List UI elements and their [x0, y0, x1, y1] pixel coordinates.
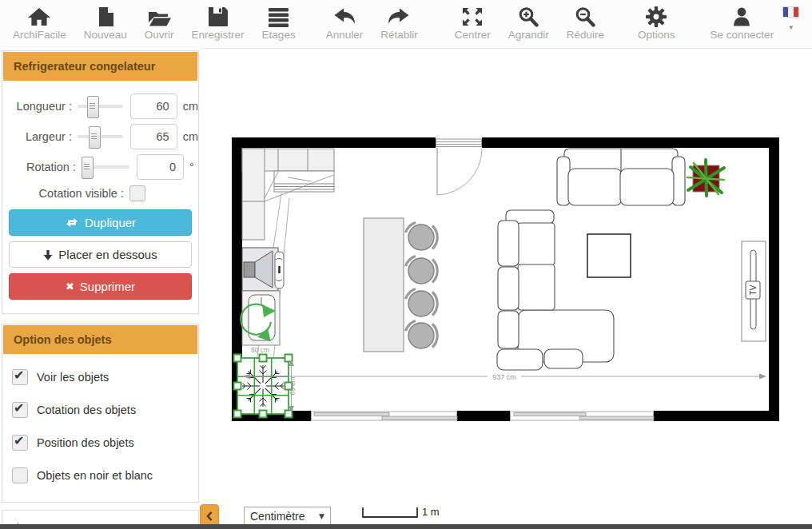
sliding-window-right[interactable]	[510, 411, 654, 421]
arrow-down-icon	[43, 249, 53, 261]
main-toolbar: ArchiFacile Nouveau Ouvrir Enregistrer E…	[0, 0, 812, 49]
object-properties-panel: Refrigerateur congelateur Longueur : cm …	[2, 50, 199, 314]
coffee-table[interactable]	[587, 234, 631, 277]
toolbar-label: Se connecter	[710, 29, 774, 41]
toolbar-label: Etages	[262, 29, 296, 41]
toolbar-item-enregistrer[interactable]: Enregistrer	[183, 0, 253, 48]
position-des-objets-checkbox[interactable]	[12, 435, 28, 451]
length-input[interactable]	[130, 93, 177, 119]
toolbar-item-options[interactable]: Options	[629, 0, 684, 48]
kitchen-island[interactable]	[364, 218, 404, 352]
sliding-window-left[interactable]	[311, 411, 457, 421]
slider-thumb[interactable]	[87, 96, 99, 118]
chevron-down-icon: ▼	[319, 512, 324, 520]
place-below-button-label: Placer en dessous	[58, 248, 157, 261]
zoom-out-icon	[574, 6, 596, 28]
floor-plan-canvas[interactable]: TV 6	[201, 48, 812, 524]
checkbox-label: Voir les objets	[37, 371, 109, 384]
rotation-label: Rotation :	[2, 161, 76, 173]
open-folder-icon	[147, 6, 171, 28]
length-label: Longueur :	[2, 100, 72, 113]
rotation-slider[interactable]	[82, 165, 129, 169]
rotation-row: Rotation : °	[2, 153, 198, 181]
plant[interactable]	[687, 160, 724, 196]
rotation-input[interactable]	[137, 154, 184, 180]
duplicate-button[interactable]: Dupliquer	[9, 209, 192, 236]
toolbar-item-archifacile[interactable]: ArchiFacile	[0, 0, 75, 48]
language-selector[interactable]: ▾	[782, 0, 799, 48]
redo-icon	[387, 6, 411, 28]
toolbar-item-annuler[interactable]: Annuler	[317, 0, 372, 48]
undo-icon	[332, 6, 356, 28]
tv-unit[interactable]: TV	[742, 241, 766, 341]
toolbar-label: Options	[638, 29, 675, 41]
voir-les-objets-checkbox[interactable]	[12, 369, 28, 385]
bottom-strip	[0, 524, 812, 529]
toolbar-item-agrandir[interactable]: Agrandir	[500, 0, 558, 48]
duplicate-icon	[65, 217, 79, 228]
chevron-down-icon: ▾	[789, 23, 793, 31]
width-unit: cm	[183, 130, 198, 143]
home-icon	[27, 6, 51, 28]
cotation-visible-row: Cotation visible :	[2, 185, 198, 201]
tv-label: TV	[749, 284, 758, 295]
cotation-des-objets-checkbox[interactable]	[12, 402, 28, 418]
objets-noir-et-blanc-checkbox[interactable]	[12, 467, 28, 483]
scale-bar: 1 m	[362, 505, 440, 519]
length-unit: cm	[183, 100, 198, 113]
room-width-dimension: 937 cm	[492, 373, 516, 381]
width-label: Largeur :	[2, 130, 72, 143]
toolbar-label: Réduire	[567, 29, 604, 41]
cotation-visible-label: Cotation visible :	[2, 187, 124, 200]
bar-stools[interactable]	[406, 222, 438, 348]
center-expand-icon	[460, 6, 484, 28]
toolbar-label: Centrer	[455, 29, 491, 41]
toolbar-label: Agrandir	[508, 29, 549, 41]
object-panel-title: Refrigerateur congelateur	[3, 52, 197, 81]
kitchen-appliance[interactable]	[242, 248, 284, 291]
layers-icon	[268, 6, 289, 28]
place-below-button[interactable]: Placer en dessous	[9, 241, 192, 268]
french-flag-icon	[782, 6, 799, 18]
slider-thumb[interactable]	[82, 157, 94, 179]
checkbox-label: Position des objets	[37, 436, 134, 449]
checkbox-row-noir-et-blanc: Objets en noir et blanc	[12, 467, 198, 483]
save-icon	[208, 6, 229, 28]
toolbar-label: ArchiFacile	[13, 29, 66, 41]
object-height-dimension: 65 cm	[289, 376, 297, 395]
cotation-visible-checkbox[interactable]	[129, 185, 145, 201]
left-sidebar: Refrigerateur congelateur Longueur : cm …	[0, 48, 201, 524]
toolbar-item-centrer[interactable]: Centrer	[446, 0, 500, 48]
slider-thumb[interactable]	[89, 126, 101, 149]
length-slider[interactable]	[78, 105, 123, 108]
duplicate-button-label: Dupliquer	[85, 216, 136, 229]
toolbar-item-se-connecter[interactable]: Se connecter	[702, 0, 783, 48]
toolbar-label: Annuler	[326, 29, 364, 41]
width-row: Largeur : cm	[2, 122, 198, 150]
toolbar-label: Enregistrer	[192, 29, 245, 41]
scale-ruler-icon	[362, 505, 418, 519]
zoom-in-icon	[517, 6, 539, 28]
delete-button[interactable]: ✖ Supprimer	[9, 273, 192, 300]
width-slider[interactable]	[78, 135, 123, 138]
width-input[interactable]	[130, 124, 177, 149]
checkbox-row-voir-les-objets: Voir les objets	[12, 369, 198, 385]
scale-label: 1 m	[422, 506, 440, 518]
toolbar-item-reduire[interactable]: Réduire	[558, 0, 613, 48]
options-panel-title: Option des objets	[3, 325, 197, 354]
entry-door[interactable]	[436, 137, 482, 195]
selected-fridge[interactable]	[234, 355, 293, 418]
unit-select[interactable]: Centimètre ▼	[244, 507, 331, 525]
checkbox-label: Cotation des objets	[37, 404, 136, 416]
delete-button-label: Supprimer	[80, 280, 135, 293]
sofa[interactable]	[557, 149, 685, 205]
toolbar-item-retablir[interactable]: Rétablir	[372, 0, 427, 48]
object-options-panel: Option des objets Voir les objets Cotati…	[2, 324, 199, 503]
toolbar-item-etages[interactable]: Etages	[253, 0, 304, 48]
user-icon	[730, 6, 754, 28]
toolbar-item-ouvrir[interactable]: Ouvrir	[136, 0, 183, 48]
toolbar-label: Ouvrir	[145, 29, 174, 41]
length-row: Longueur : cm	[2, 92, 198, 120]
toolbar-item-nouveau[interactable]: Nouveau	[75, 0, 136, 48]
checkbox-row-position-des-objets: Position des objets	[12, 435, 198, 451]
